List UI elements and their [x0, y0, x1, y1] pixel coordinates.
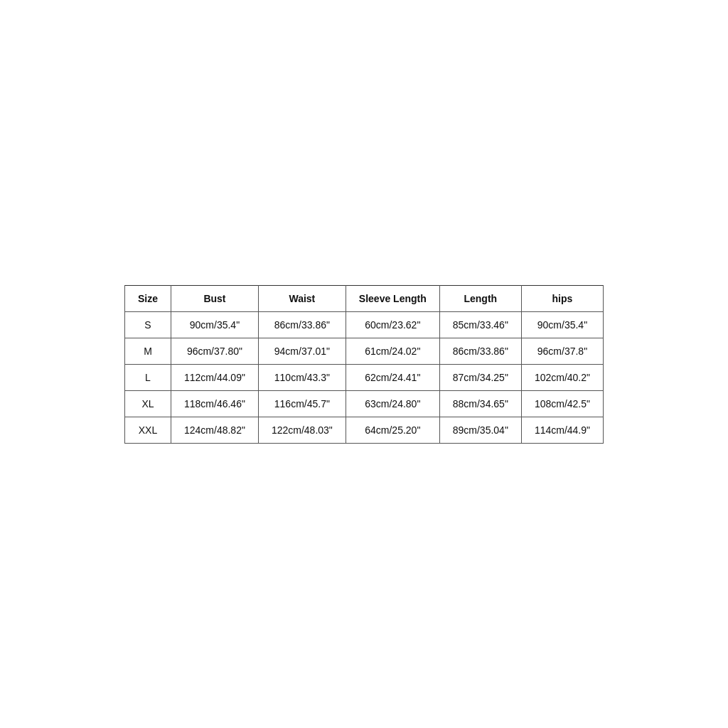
table-row: L112cm/44.09"110cm/43.3"62cm/24.41"87cm/… [124, 364, 603, 390]
table-cell: 112cm/44.09" [171, 364, 258, 390]
table-cell: 124cm/48.82" [171, 417, 258, 443]
col-header-hips: hips [521, 285, 603, 311]
table-cell: 89cm/35.04" [439, 417, 521, 443]
table-cell: 102cm/40.2" [521, 364, 603, 390]
table-cell: 110cm/43.3" [258, 364, 346, 390]
table-row: XL118cm/46.46"116cm/45.7"63cm/24.80"88cm… [124, 390, 603, 417]
table-cell: 96cm/37.8" [521, 338, 603, 364]
col-header-length: Length [439, 285, 521, 311]
col-header-waist: Waist [258, 285, 346, 311]
table-cell: L [124, 364, 171, 390]
table-cell: XL [124, 390, 171, 417]
table-cell: 63cm/24.80" [346, 390, 439, 417]
table-cell: 94cm/37.01" [258, 338, 346, 364]
table-cell: 62cm/24.41" [346, 364, 439, 390]
table-cell: 64cm/25.20" [346, 417, 439, 443]
table-cell: 88cm/34.65" [439, 390, 521, 417]
table-cell: 90cm/35.4" [171, 311, 258, 338]
table-header-row: SizeBustWaistSleeve LengthLengthhips [124, 285, 603, 311]
table-cell: 86cm/33.86" [258, 311, 346, 338]
table-row: M96cm/37.80"94cm/37.01"61cm/24.02"86cm/3… [124, 338, 603, 364]
table-cell: 108cm/42.5" [521, 390, 603, 417]
size-chart-container: SizeBustWaistSleeve LengthLengthhips S90… [124, 285, 604, 444]
table-cell: 86cm/33.86" [439, 338, 521, 364]
table-cell: 114cm/44.9" [521, 417, 603, 443]
table-row: XXL124cm/48.82"122cm/48.03"64cm/25.20"89… [124, 417, 603, 443]
table-cell: 85cm/33.46" [439, 311, 521, 338]
table-cell: 122cm/48.03" [258, 417, 346, 443]
table-cell: 87cm/34.25" [439, 364, 521, 390]
table-cell: XXL [124, 417, 171, 443]
size-chart-table: SizeBustWaistSleeve LengthLengthhips S90… [124, 285, 604, 444]
table-row: S90cm/35.4"86cm/33.86"60cm/23.62"85cm/33… [124, 311, 603, 338]
table-cell: 90cm/35.4" [521, 311, 603, 338]
table-cell: 118cm/46.46" [171, 390, 258, 417]
table-cell: 60cm/23.62" [346, 311, 439, 338]
col-header-size: Size [124, 285, 171, 311]
col-header-sleeve-length: Sleeve Length [346, 285, 439, 311]
table-cell: M [124, 338, 171, 364]
col-header-bust: Bust [171, 285, 258, 311]
table-cell: S [124, 311, 171, 338]
table-cell: 116cm/45.7" [258, 390, 346, 417]
table-cell: 96cm/37.80" [171, 338, 258, 364]
table-cell: 61cm/24.02" [346, 338, 439, 364]
